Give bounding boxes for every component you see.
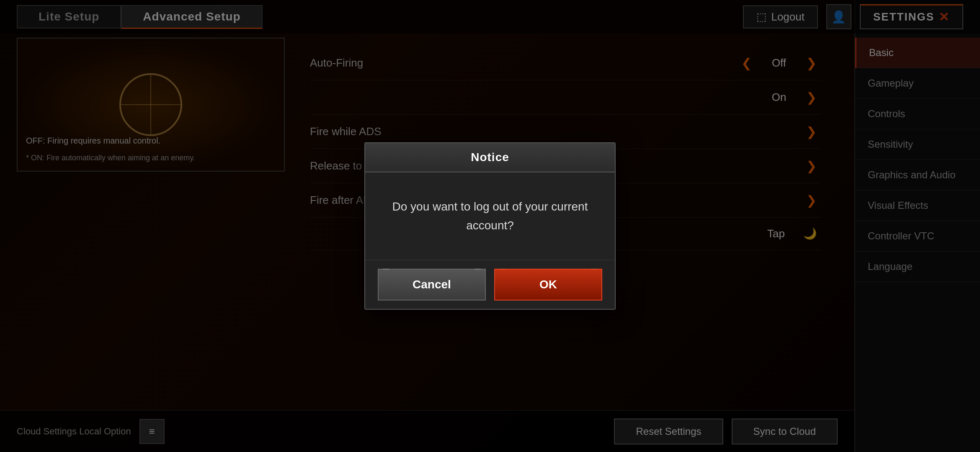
modal-overlay: Notice Do you want to log out of your cu… [0,0,980,452]
notice-footer: Cancel OK [365,260,615,309]
notice-body: Do you want to log out of your current a… [365,172,615,260]
cancel-button[interactable]: Cancel [378,269,486,300]
notice-modal: Notice Do you want to log out of your cu… [364,142,616,310]
ok-button[interactable]: OK [494,269,602,300]
notice-title: Notice [471,151,509,164]
notice-message: Do you want to log out of your current a… [386,198,594,235]
notice-header: Notice [365,143,615,172]
